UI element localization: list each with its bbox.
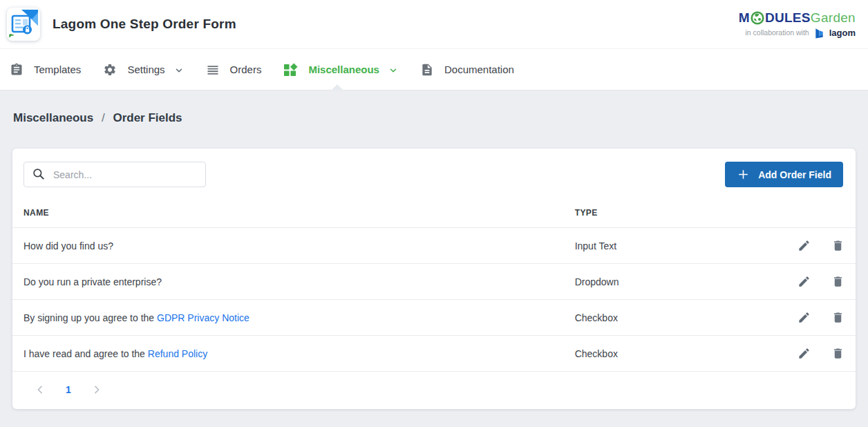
search-input[interactable] [23,162,206,187]
add-order-field-button[interactable]: Add Order Field [725,162,843,187]
gear-icon [103,63,117,77]
trash-icon [831,347,845,360]
row-type: Dropdown [564,264,768,300]
pagination: 1 [12,372,856,409]
pencil-icon [798,311,811,324]
clipboard-icon [10,63,23,77]
chevron-right-icon [91,384,102,395]
table-row: Do you run a private enterprise? Dropdow… [12,264,856,300]
delete-button[interactable] [831,347,845,360]
trash-icon [831,311,845,324]
nav-item-label: Orders [230,64,262,75]
wordmark-garden: Garden [811,10,856,26]
delete-button[interactable] [831,239,845,252]
edit-button[interactable] [798,347,811,360]
document-icon [420,63,434,77]
table-row: How did you find us? Input Text [12,228,856,264]
row-name: Do you run a private enterprise? [23,276,162,287]
pencil-icon [798,347,811,360]
column-header-type: TYPE [564,205,768,228]
page: Lagom One Step Order Form M DULES Garden… [0,0,868,427]
column-header-name: NAME [12,205,564,228]
nav-item-orders[interactable]: Orders [206,49,262,90]
row-name: I have read and agree to the [23,348,148,359]
content-card: Add Order Field NAME TYPE How did you fi… [12,149,856,409]
pencil-icon [798,239,811,252]
main-nav: Templates Settings Orders Misc [0,48,868,91]
delete-button[interactable] [831,275,845,288]
column-header-actions [768,205,856,228]
table-row: I have read and agree to the Refund Poli… [12,336,856,372]
row-name: By signing up you agree to the [23,312,157,323]
breadcrumb: Miscellaneous / Order Fields [0,91,868,125]
breadcrumb-current: Order Fields [113,111,182,124]
content-area: Miscellaneous / Order Fields [0,91,868,427]
row-link[interactable]: Refund Policy [148,348,207,359]
nav-item-label: Settings [127,64,164,75]
pagination-page-current[interactable]: 1 [62,384,75,395]
nav-item-label: Documentation [444,64,514,75]
search-box [23,162,206,187]
nav-item-label: Templates [34,64,81,75]
order-form-lock-icon [8,8,39,40]
nav-item-documentation[interactable]: Documentation [420,49,514,90]
nav-item-templates[interactable]: Templates [10,49,81,90]
card-toolbar: Add Order Field [12,162,856,187]
delete-button[interactable] [831,311,845,324]
trash-icon [831,239,845,252]
globe-icon [751,11,764,25]
chevron-down-icon [388,66,398,75]
row-link[interactable]: GDPR Privacy Notice [157,312,249,323]
pencil-icon [798,275,811,288]
table-row: By signing up you agree to the GDPR Priv… [12,300,856,336]
pagination-next-button[interactable] [91,384,102,395]
app-logo [7,8,40,41]
trash-icon [831,275,845,288]
table-header-row: NAME TYPE [12,205,856,228]
lagom-wordmark: lagom [829,28,856,38]
edit-button[interactable] [798,311,811,324]
wordmark-m: M [739,10,750,26]
row-name: How did you find us? [23,240,113,252]
breadcrumb-section[interactable]: Miscellaneous [13,111,93,124]
page-title: Lagom One Step Order Form [53,17,236,32]
edit-button[interactable] [798,239,811,252]
modulesgarden-wordmark: M DULES Garden [739,10,856,26]
nav-item-settings[interactable]: Settings [103,49,183,90]
row-type: Input Text [564,228,768,264]
chevron-left-icon [35,384,46,395]
active-tab-caret [331,84,343,91]
row-type: Checkbox [564,336,768,372]
wordmark-dules: DULES [765,10,811,26]
nav-item-label: Miscellaneous [308,64,379,75]
collaboration-row: in collaboration with lagom [739,27,856,39]
add-order-field-label: Add Order Field [758,169,831,180]
modulesgarden-logo: M DULES Garden in collaboration with [739,10,858,39]
pagination-prev-button[interactable] [35,384,46,395]
chevron-down-icon [174,66,184,75]
grid-icon [283,63,298,77]
edit-button[interactable] [798,275,811,288]
collab-text: in collaboration with [745,28,809,37]
list-icon [206,63,220,77]
plus-icon [737,168,750,181]
order-fields-table: NAME TYPE How did you find us? Input Tex… [12,205,856,372]
app-header: Lagom One Step Order Form M DULES Garden… [0,0,868,48]
breadcrumb-separator: / [97,111,110,124]
search-icon [32,167,46,184]
lagom-l-icon [813,27,825,39]
row-type: Checkbox [564,300,768,336]
